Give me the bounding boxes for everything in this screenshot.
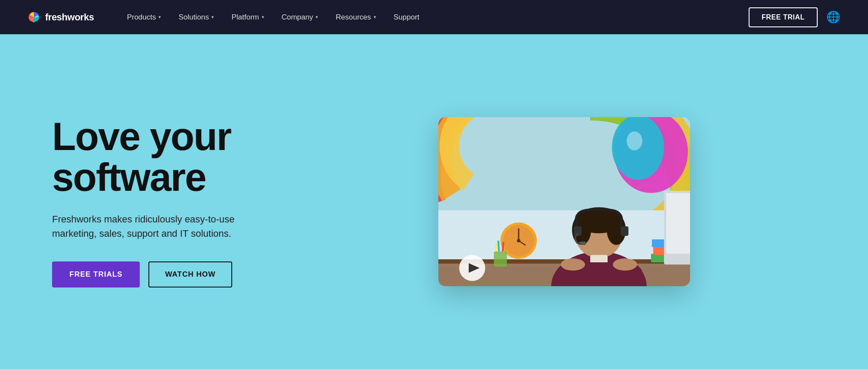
svg-point-26 [613,258,637,271]
video-container[interactable] [438,117,690,286]
svg-line-32 [498,241,499,251]
svg-point-14 [517,239,520,242]
nav-item-platform[interactable]: Platform ▾ [224,10,271,25]
free-trial-button[interactable]: FREE TRIAL [749,7,818,27]
nav-label-support: Support [394,13,420,22]
svg-rect-24 [580,242,586,245]
nav-label-products: Products [127,13,156,22]
nav-item-products[interactable]: Products ▾ [120,10,168,25]
navbar: freshworks Products ▾ Solutions ▾ Platfo… [0,0,868,34]
svg-point-25 [561,258,585,271]
video-thumbnail [438,117,690,286]
nav-right: FREE TRIAL 🌐 [749,7,842,27]
hero-section: Love your software Freshworks makes ridi… [0,34,868,369]
svg-rect-23 [621,226,628,236]
free-trials-button[interactable]: FREE TRIALS [52,261,140,287]
chevron-down-icon: ▾ [316,14,318,20]
nav-item-solutions[interactable]: Solutions ▾ [171,10,221,25]
logo[interactable]: freshworks [26,10,94,25]
chevron-down-icon: ▾ [262,14,264,20]
watch-how-button[interactable]: WATCH HOW [148,261,232,287]
hero-subtitle: Freshworks makes ridiculously easy-to-us… [52,212,278,241]
hero-right [312,117,816,286]
svg-line-33 [503,242,503,251]
nav-label-solutions: Solutions [178,13,209,22]
nav-item-company[interactable]: Company ▾ [275,10,326,25]
chevron-down-icon: ▾ [211,14,214,20]
chevron-down-icon: ▾ [374,14,376,20]
nav-links: Products ▾ Solutions ▾ Platform ▾ Compan… [120,10,748,25]
hero-title-line2: software [52,156,206,199]
chevron-down-icon: ▾ [158,14,161,20]
hero-buttons: FREE TRIALS WATCH HOW [52,261,278,287]
svg-rect-35 [666,193,690,254]
hero-left: Love your software Freshworks makes ridi… [52,116,278,287]
nav-item-resources[interactable]: Resources ▾ [329,10,383,25]
logo-text: freshworks [45,12,94,23]
hero-title-line1: Love your [52,115,231,158]
nav-label-resources: Resources [335,13,371,22]
logo-icon [26,10,42,25]
svg-rect-30 [494,251,507,267]
nav-item-support[interactable]: Support [387,10,427,25]
nav-label-company: Company [282,13,313,22]
nav-label-platform: Platform [231,13,259,22]
svg-point-4 [627,131,642,150]
hero-title: Love your software [52,116,278,198]
globe-icon[interactable]: 🌐 [825,9,842,26]
